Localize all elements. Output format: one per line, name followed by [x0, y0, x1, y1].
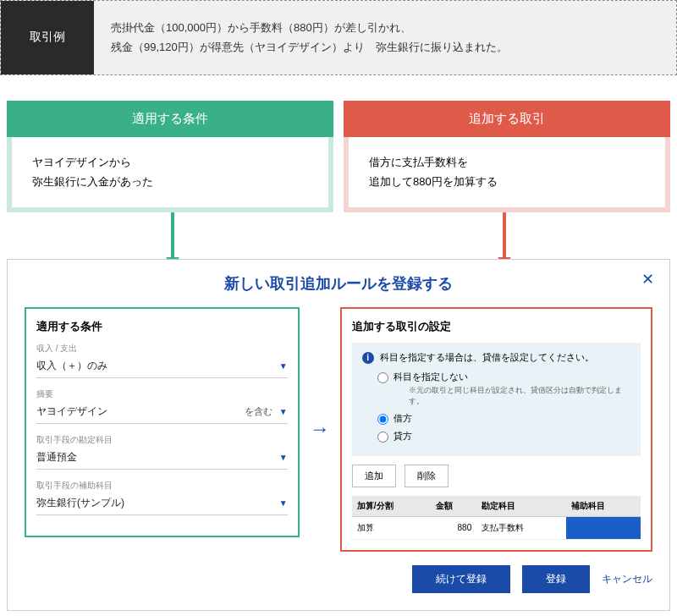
- chevron-down-icon: ▼: [279, 407, 288, 416]
- conditions-card: 適用する条件 ヤヨイデザインから 弥生銀行に入金があった: [7, 101, 333, 212]
- rule-dialog: ✕ 新しい取引追加ルールを登録する 適用する条件 収入 / 支出 収入（＋）のみ…: [7, 259, 670, 611]
- chevron-down-icon: ▼: [279, 453, 288, 462]
- dialog-title: 新しい取引追加ルールを登録する: [25, 273, 652, 294]
- account-label: 取引手段の勘定科目: [36, 434, 288, 446]
- subaccount-select[interactable]: 弥生銀行(サンプル) ▼: [36, 493, 288, 515]
- example-banner: 取引例 売掛代金（100,000円）から手数料（880円）が差し引かれ、 残金（…: [0, 0, 677, 75]
- summary-label: 摘要: [36, 388, 288, 400]
- income-expense-select[interactable]: 収入（＋）のみ ▼: [36, 356, 288, 378]
- col-amount: 金額: [431, 496, 476, 517]
- chevron-down-icon: ▼: [279, 361, 288, 371]
- add-button[interactable]: 追加: [352, 465, 396, 487]
- col-type: 加算/分割: [352, 496, 431, 517]
- continue-register-button[interactable]: 続けて登録: [412, 565, 510, 593]
- register-button[interactable]: 登録: [522, 565, 590, 593]
- arrows-section: [0, 212, 677, 259]
- income-expense-label: 収入 / 支出: [36, 343, 288, 355]
- arrow-down-icon: [503, 212, 506, 259]
- conditions-header: 適用する条件: [7, 101, 333, 137]
- info-box: i 科目を指定する場合は、貸借を設定してください。 科目を指定しない ※元の取引…: [352, 343, 641, 456]
- addition-card: 追加する取引 借方に支払手数料を 追加して880円を加算する: [344, 101, 670, 212]
- addition-panel: 追加する取引の設定 i 科目を指定する場合は、貸借を設定してください。 科目を指…: [340, 307, 652, 552]
- panel-title: 適用する条件: [36, 319, 288, 334]
- subaccount-label: 取引手段の補助科目: [36, 480, 288, 492]
- example-text: 売掛代金（100,000円）から手数料（880円）が差し引かれ、 残金（99,1…: [94, 1, 676, 74]
- summary-input[interactable]: ヤヨイデザイン を含む ▼: [36, 402, 288, 424]
- col-account: 勘定科目: [476, 496, 565, 517]
- panel-title: 追加する取引の設定: [352, 319, 641, 334]
- addition-header: 追加する取引: [344, 101, 670, 137]
- example-label: 取引例: [1, 1, 94, 74]
- radio-credit[interactable]: [377, 432, 388, 443]
- account-select[interactable]: 普通預金 ▼: [36, 448, 288, 470]
- transaction-table: 加算/分割 金額 勘定科目 補助科目 加算 880 支払手数料: [352, 496, 641, 540]
- arrow-down-icon: [171, 212, 174, 259]
- addition-body: 借方に支払手数料を 追加して880円を加算する: [344, 137, 670, 212]
- conditions-panel: 適用する条件 収入 / 支出 収入（＋）のみ ▼ 摘要 ヤヨイデザイン を含む …: [25, 307, 300, 537]
- delete-button[interactable]: 削除: [405, 465, 449, 487]
- radio-no-account[interactable]: [377, 372, 388, 383]
- radio-debit[interactable]: [377, 414, 388, 425]
- table-row[interactable]: 加算 880 支払手数料: [352, 516, 641, 539]
- subaccount-cell[interactable]: [566, 516, 641, 539]
- close-icon[interactable]: ✕: [641, 270, 654, 289]
- info-icon: i: [362, 352, 374, 364]
- col-subaccount: 補助科目: [566, 496, 641, 517]
- cancel-link[interactable]: キャンセル: [602, 572, 652, 586]
- chevron-down-icon: ▼: [279, 498, 288, 508]
- arrow-right-icon: →: [310, 417, 330, 441]
- conditions-body: ヤヨイデザインから 弥生銀行に入金があった: [7, 137, 333, 212]
